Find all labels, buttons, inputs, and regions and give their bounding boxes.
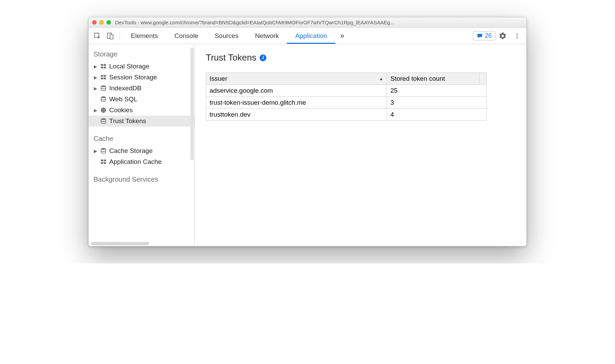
sidebar-item-session-storage[interactable]: ▶Session Storage — [89, 72, 194, 83]
table-row[interactable]: trusttoken.dev4 — [206, 109, 487, 121]
sidebar-item-indexeddb[interactable]: ▶IndexedDB — [89, 83, 194, 94]
tab-application[interactable]: Application — [287, 28, 335, 44]
svg-rect-7 — [104, 64, 106, 66]
svg-rect-9 — [104, 67, 106, 68]
info-icon[interactable]: i — [260, 54, 266, 61]
disclosure-triangle-icon[interactable]: ▶ — [93, 108, 98, 113]
issues-count: 26 — [485, 32, 492, 39]
svg-rect-6 — [101, 64, 103, 66]
svg-point-14 — [101, 86, 105, 87]
svg-point-16 — [101, 108, 106, 113]
svg-rect-8 — [101, 67, 103, 68]
settings-icon[interactable] — [495, 28, 510, 44]
svg-point-21 — [101, 118, 105, 120]
sidebar-item-application-cache[interactable]: Application Cache — [89, 156, 194, 167]
application-sidebar: Storage▶Local Storage▶Session Storage▶In… — [89, 44, 195, 246]
sidebar-section-storage: Storage — [89, 48, 194, 61]
panel-tabs: ElementsConsoleSourcesNetworkApplication — [123, 28, 335, 44]
cell-issuer: trusttoken.dev — [206, 109, 387, 121]
more-tabs-icon[interactable]: » — [335, 31, 349, 40]
tab-console[interactable]: Console — [166, 28, 206, 44]
cookie-icon — [100, 107, 107, 114]
cell-issuer: trust-token-issuer-demo.glitch.me — [206, 97, 387, 109]
sidebar-item-cookies[interactable]: ▶Cookies — [89, 105, 194, 116]
svg-point-5 — [516, 37, 517, 38]
svg-rect-23 — [101, 159, 103, 161]
sidebar-item-label: Trust Tokens — [109, 117, 146, 125]
cell-count: 4 — [387, 109, 487, 121]
panel-heading: Trust Tokens i — [206, 52, 515, 63]
sidebar-item-label: IndexedDB — [109, 84, 141, 92]
svg-rect-10 — [101, 75, 103, 77]
sidebar-item-local-storage[interactable]: ▶Local Storage — [89, 61, 194, 72]
close-window-button[interactable] — [92, 20, 97, 25]
grid-icon — [100, 74, 107, 81]
svg-point-17 — [102, 109, 103, 109]
db-icon — [100, 96, 107, 103]
window-title: DevTools - www.google.com/chrome/?brand=… — [115, 20, 523, 25]
titlebar: DevTools - www.google.com/chrome/?brand=… — [89, 17, 526, 28]
svg-rect-25 — [101, 162, 103, 164]
svg-rect-26 — [104, 162, 106, 164]
trust-tokens-table: Issuer ▲ Stored token count adservice.go… — [206, 73, 487, 121]
sidebar-item-label: Session Storage — [109, 74, 157, 81]
devtools-body: Storage▶Local Storage▶Session Storage▶In… — [89, 44, 526, 246]
disclosure-triangle-icon[interactable]: ▶ — [93, 148, 98, 154]
devtools-toolbar: ElementsConsoleSourcesNetworkApplication… — [89, 28, 526, 44]
inspect-element-icon[interactable] — [91, 28, 104, 44]
tab-network[interactable]: Network — [247, 28, 287, 44]
tab-sources[interactable]: Sources — [206, 28, 247, 44]
window-controls — [92, 20, 111, 25]
svg-rect-2 — [110, 35, 113, 39]
sidebar-item-label: Application Cache — [109, 158, 162, 166]
disclosure-triangle-icon[interactable]: ▶ — [93, 75, 98, 80]
svg-point-4 — [516, 35, 517, 36]
db-icon — [100, 118, 107, 125]
table-row[interactable]: adservice.google.com25 — [206, 85, 487, 97]
sidebar-item-cache-storage[interactable]: ▶Cache Storage — [89, 145, 194, 156]
svg-point-20 — [104, 111, 105, 112]
column-header-issuer[interactable]: Issuer ▲ — [206, 73, 387, 85]
db-icon — [100, 147, 107, 154]
more-options-icon[interactable] — [510, 28, 524, 44]
cell-count: 25 — [387, 85, 487, 97]
svg-point-15 — [101, 96, 105, 98]
column-header-count[interactable]: Stored token count — [387, 73, 479, 85]
toolbar-separator — [120, 31, 120, 41]
sidebar-section-cache: Cache — [89, 133, 194, 145]
disclosure-triangle-icon[interactable]: ▶ — [93, 86, 98, 91]
sort-ascending-icon: ▲ — [379, 76, 383, 81]
zoom-window-button[interactable] — [106, 20, 111, 25]
column-header-spacer — [479, 73, 487, 85]
sidebar-item-web-sql[interactable]: Web SQL — [89, 94, 194, 105]
sidebar-item-label: Cookies — [109, 106, 133, 114]
panel-heading-text: Trust Tokens — [206, 52, 256, 63]
sidebar-vertical-scrollbar[interactable] — [190, 48, 194, 160]
sidebar-item-label: Local Storage — [109, 63, 149, 70]
sidebar-horizontal-scrollbar[interactable] — [91, 242, 149, 245]
devtools-window: DevTools - www.google.com/chrome/?brand=… — [88, 17, 527, 246]
cell-issuer: adservice.google.com — [206, 85, 387, 97]
svg-point-18 — [104, 109, 104, 110]
disclosure-triangle-icon[interactable]: ▶ — [93, 64, 98, 69]
message-icon — [477, 33, 483, 39]
grid-icon — [100, 63, 107, 70]
table-row[interactable]: trust-token-issuer-demo.glitch.me3 — [206, 97, 487, 109]
tab-elements[interactable]: Elements — [123, 28, 166, 44]
svg-rect-12 — [101, 78, 103, 79]
device-toolbar-icon[interactable] — [104, 28, 117, 44]
main-panel: Trust Tokens i Issuer ▲ Stored token cou… — [195, 44, 526, 246]
minimize-window-button[interactable] — [99, 20, 104, 25]
cell-count: 3 — [387, 97, 487, 109]
sidebar-section-background-services: Background Services — [89, 173, 194, 186]
db-icon — [100, 85, 107, 92]
sidebar-item-label: Cache Storage — [109, 147, 153, 155]
svg-rect-24 — [104, 159, 106, 161]
sidebar-item-trust-tokens[interactable]: Trust Tokens — [89, 116, 194, 127]
svg-rect-13 — [104, 78, 106, 79]
grid-icon — [100, 158, 107, 165]
svg-point-3 — [516, 33, 517, 34]
issues-badge[interactable]: 26 — [473, 31, 495, 40]
sidebar-item-label: Web SQL — [109, 95, 137, 103]
svg-point-22 — [101, 148, 105, 150]
